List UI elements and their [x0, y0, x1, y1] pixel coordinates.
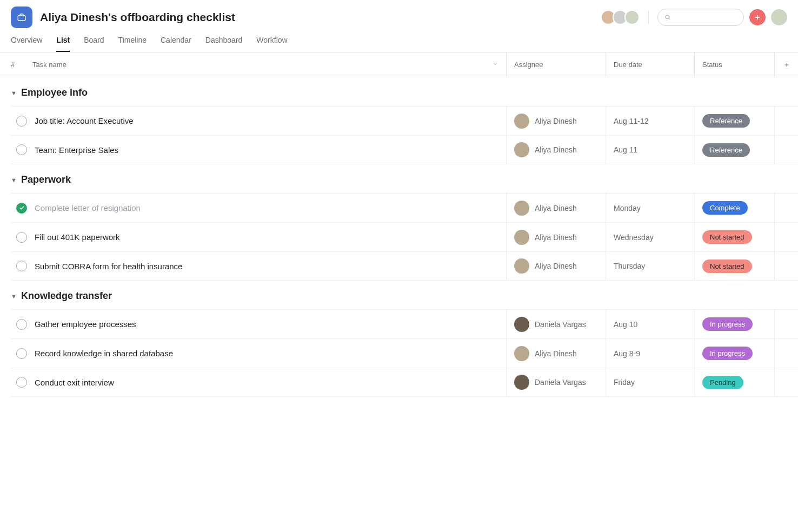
- task-extra: [774, 107, 798, 135]
- task-assignee[interactable]: Aliya Dinesh: [506, 339, 606, 368]
- status-pill: Reference: [702, 114, 750, 128]
- task-status[interactable]: Pending: [694, 368, 774, 396]
- check-circle-icon[interactable]: [16, 232, 27, 243]
- task-assignee[interactable]: Aliya Dinesh: [506, 107, 606, 135]
- caret-down-icon[interactable]: ▼: [11, 177, 17, 183]
- status-pill: In progress: [702, 347, 753, 360]
- complete-toggle[interactable]: [11, 136, 32, 164]
- task-row[interactable]: Gather employee processes Daniela Vargas…: [11, 309, 798, 338]
- assignee-name: Aliya Dinesh: [535, 233, 577, 242]
- check-circle-icon[interactable]: [16, 377, 27, 388]
- chevron-down-icon[interactable]: [492, 61, 498, 69]
- view-tabs: OverviewListBoardTimelineCalendarDashboa…: [0, 28, 798, 52]
- task-row[interactable]: Team: Enterprise Sales Aliya Dinesh Aug …: [11, 135, 798, 164]
- task-assignee[interactable]: Daniela Vargas: [506, 368, 606, 396]
- search-input[interactable]: [675, 14, 737, 22]
- column-due-date[interactable]: Due date: [606, 52, 694, 77]
- assignee-name: Aliya Dinesh: [535, 349, 577, 358]
- complete-toggle[interactable]: [11, 194, 32, 222]
- complete-toggle[interactable]: [11, 310, 32, 338]
- assignee-avatar: [514, 258, 529, 274]
- search-box[interactable]: [657, 9, 744, 26]
- task-name[interactable]: Fill out 401K paperwork: [32, 223, 506, 251]
- complete-toggle[interactable]: [11, 368, 32, 396]
- add-button[interactable]: [749, 9, 766, 25]
- task-status[interactable]: Not started: [694, 252, 774, 280]
- task-assignee[interactable]: Aliya Dinesh: [506, 223, 606, 251]
- task-extra: [774, 310, 798, 338]
- task-name[interactable]: Team: Enterprise Sales: [32, 136, 506, 164]
- task-extra: [774, 339, 798, 368]
- task-row[interactable]: Submit COBRA form for health insurance A…: [11, 251, 798, 281]
- task-due-date[interactable]: Wednesday: [606, 223, 694, 251]
- task-due-date[interactable]: Aug 11-12: [606, 107, 694, 135]
- section-header[interactable]: ▼ Knowledge transfer: [0, 281, 798, 309]
- check-circle-icon[interactable]: [16, 116, 27, 127]
- check-circle-icon[interactable]: [16, 203, 27, 214]
- task-extra: [774, 252, 798, 280]
- member-avatar[interactable]: [624, 10, 640, 25]
- section-header[interactable]: ▼ Paperwork: [0, 164, 798, 193]
- task-row[interactable]: Conduct exit interview Daniela Vargas Fr…: [11, 368, 798, 397]
- task-name[interactable]: Complete letter of resignation: [32, 194, 506, 222]
- check-circle-icon[interactable]: [16, 144, 27, 155]
- column-status[interactable]: Status: [694, 52, 774, 77]
- status-pill: Complete: [702, 201, 748, 215]
- add-column-button[interactable]: [774, 52, 798, 77]
- task-status[interactable]: In progress: [694, 310, 774, 338]
- task-due-date[interactable]: Monday: [606, 194, 694, 222]
- member-avatars[interactable]: [601, 10, 640, 25]
- task-name[interactable]: Conduct exit interview: [32, 368, 506, 396]
- task-row[interactable]: Complete letter of resignation Aliya Din…: [11, 193, 798, 222]
- task-due-date[interactable]: Aug 10: [606, 310, 694, 338]
- task-assignee[interactable]: Aliya Dinesh: [506, 252, 606, 280]
- task-status[interactable]: In progress: [694, 339, 774, 368]
- task-status[interactable]: Reference: [694, 136, 774, 164]
- complete-toggle[interactable]: [11, 252, 32, 280]
- assignee-avatar: [514, 317, 529, 332]
- column-task-name[interactable]: Task name: [22, 61, 506, 69]
- task-row[interactable]: Job title: Account Executive Aliya Dines…: [11, 106, 798, 135]
- check-circle-icon[interactable]: [16, 348, 27, 359]
- task-due-date[interactable]: Aug 11: [606, 136, 694, 164]
- task-status[interactable]: Reference: [694, 107, 774, 135]
- column-assignee[interactable]: Assignee: [506, 52, 606, 77]
- section-title: Employee info: [21, 87, 88, 98]
- task-due-date[interactable]: Aug 8-9: [606, 339, 694, 368]
- task-name[interactable]: Submit COBRA form for health insurance: [32, 252, 506, 280]
- tab-workflow[interactable]: Workflow: [256, 36, 287, 52]
- current-user-avatar[interactable]: [771, 9, 787, 25]
- task-row[interactable]: Fill out 401K paperwork Aliya Dinesh Wed…: [11, 222, 798, 251]
- task-name[interactable]: Record knowledge in shared database: [32, 339, 506, 368]
- task-status[interactable]: Complete: [694, 194, 774, 222]
- task-status[interactable]: Not started: [694, 223, 774, 251]
- task-row[interactable]: Record knowledge in shared database Aliy…: [11, 338, 798, 368]
- task-name[interactable]: Job title: Account Executive: [32, 107, 506, 135]
- task-due-date[interactable]: Friday: [606, 368, 694, 396]
- task-assignee[interactable]: Daniela Vargas: [506, 310, 606, 338]
- complete-toggle[interactable]: [11, 107, 32, 135]
- check-circle-icon[interactable]: [16, 319, 27, 330]
- tab-list[interactable]: List: [56, 36, 70, 52]
- complete-toggle[interactable]: [11, 223, 32, 251]
- tab-dashboard[interactable]: Dashboard: [205, 36, 243, 52]
- column-number: #: [0, 61, 22, 69]
- tab-timeline[interactable]: Timeline: [118, 36, 147, 52]
- project-icon: [11, 6, 32, 28]
- tab-calendar[interactable]: Calendar: [161, 36, 191, 52]
- task-assignee[interactable]: Aliya Dinesh: [506, 194, 606, 222]
- caret-down-icon[interactable]: ▼: [11, 293, 17, 300]
- tab-board[interactable]: Board: [84, 36, 104, 52]
- task-due-date[interactable]: Thursday: [606, 252, 694, 280]
- section-header[interactable]: ▼ Employee info: [0, 77, 798, 106]
- status-pill: In progress: [702, 317, 753, 331]
- svg-point-1: [666, 15, 669, 19]
- check-circle-icon[interactable]: [16, 261, 27, 271]
- task-assignee[interactable]: Aliya Dinesh: [506, 136, 606, 164]
- project-title: Aliya Dinesh's offboarding checklist: [40, 11, 235, 24]
- tab-overview[interactable]: Overview: [11, 36, 42, 52]
- task-name[interactable]: Gather employee processes: [32, 310, 506, 338]
- caret-down-icon[interactable]: ▼: [11, 90, 17, 96]
- assignee-avatar: [514, 230, 529, 245]
- complete-toggle[interactable]: [11, 339, 32, 368]
